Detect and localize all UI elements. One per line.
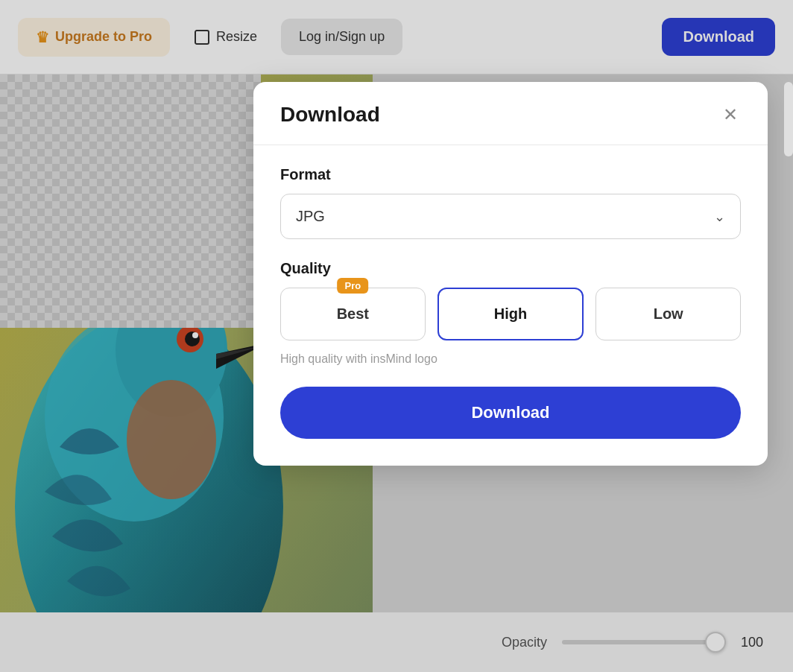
modal-close-button[interactable]: ✕ (720, 103, 741, 127)
format-label: Format (280, 166, 741, 183)
modal-title: Download (280, 103, 380, 127)
modal-body: Format JPG ⌄ Quality Pro Best High Low (253, 145, 768, 466)
pro-badge: Pro (337, 278, 368, 294)
modal-scrollbar[interactable] (784, 82, 793, 156)
quality-options: Pro Best High Low (280, 288, 741, 340)
quality-label: Quality (280, 260, 741, 277)
quality-high-label: High (494, 305, 527, 322)
close-icon: ✕ (723, 104, 738, 124)
download-modal-button[interactable]: Download (280, 387, 741, 439)
quality-best-button[interactable]: Pro Best (280, 288, 426, 340)
quality-low-label: Low (654, 305, 683, 322)
download-modal: Download ✕ Format JPG ⌄ Quality Pro Best… (253, 82, 768, 466)
quality-hint: High quality with insMind logo (280, 352, 741, 366)
modal-header: Download ✕ (253, 82, 768, 145)
format-selected-value: JPG (296, 208, 325, 225)
quality-section: Quality Pro Best High Low (280, 260, 741, 340)
download-modal-label: Download (471, 403, 549, 422)
quality-best-label: Best (337, 305, 369, 322)
quality-low-button[interactable]: Low (595, 288, 741, 340)
quality-high-button[interactable]: High (437, 288, 584, 340)
format-dropdown[interactable]: JPG ⌄ (280, 194, 741, 239)
chevron-down-icon: ⌄ (714, 209, 725, 225)
